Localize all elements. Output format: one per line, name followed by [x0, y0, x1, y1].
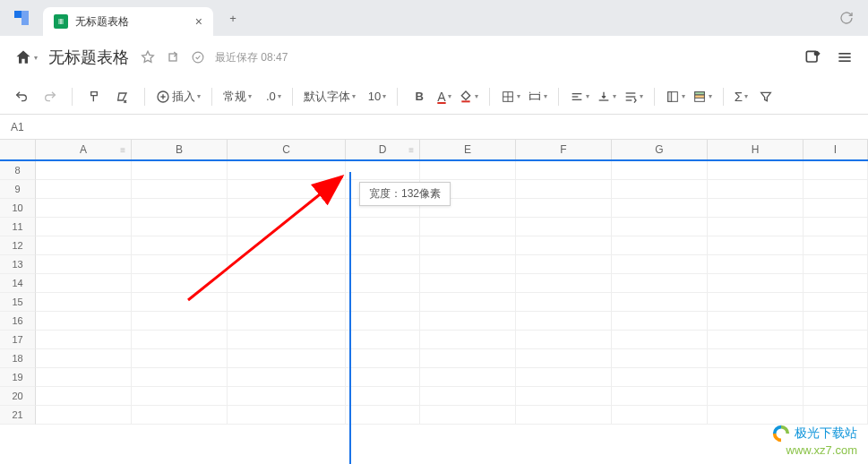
cell[interactable]	[804, 349, 868, 368]
cell[interactable]	[228, 368, 346, 387]
star-icon[interactable]	[140, 49, 156, 65]
cell[interactable]	[804, 312, 868, 331]
cell[interactable]	[346, 255, 420, 274]
cell[interactable]	[420, 236, 516, 255]
cell[interactable]	[708, 180, 804, 199]
cell[interactable]	[346, 293, 420, 312]
new-tab-button[interactable]: +	[220, 5, 245, 30]
cell[interactable]	[708, 236, 804, 255]
cell[interactable]	[804, 180, 868, 199]
conditional-format-dropdown[interactable]: ▾	[692, 90, 712, 104]
cell[interactable]	[36, 349, 132, 368]
cell[interactable]	[346, 331, 420, 349]
merge-dropdown[interactable]: ▾	[528, 90, 547, 104]
row-header[interactable]: 10	[0, 199, 36, 218]
cell[interactable]	[36, 368, 132, 387]
cell[interactable]	[36, 180, 132, 199]
cell[interactable]	[804, 218, 868, 236]
close-tab-button[interactable]: ×	[195, 14, 202, 29]
borders-dropdown[interactable]: ▾	[501, 90, 520, 104]
cell[interactable]	[228, 161, 346, 180]
cell[interactable]	[346, 406, 420, 425]
cell[interactable]	[132, 331, 228, 349]
cell[interactable]	[36, 199, 132, 218]
cell[interactable]	[612, 368, 708, 387]
filter-button[interactable]	[755, 84, 777, 109]
cell[interactable]	[708, 312, 804, 331]
cell[interactable]	[612, 312, 708, 331]
home-button[interactable]: ▾	[14, 48, 38, 66]
cell[interactable]	[346, 218, 420, 236]
row-header[interactable]: 17	[0, 331, 36, 349]
cell[interactable]	[516, 255, 612, 274]
row-header[interactable]: 20	[0, 387, 36, 406]
cell[interactable]	[612, 274, 708, 293]
cell[interactable]	[36, 406, 132, 425]
cell[interactable]	[708, 387, 804, 406]
cell[interactable]	[346, 312, 420, 331]
row-header[interactable]: 15	[0, 293, 36, 312]
cell[interactable]	[804, 274, 868, 293]
cell[interactable]	[228, 274, 346, 293]
cell[interactable]	[346, 161, 420, 180]
cell[interactable]	[228, 255, 346, 274]
row-header[interactable]: 12	[0, 236, 36, 255]
sync-icon[interactable]	[839, 11, 854, 25]
insert-dropdown[interactable]: 插入 ▾	[156, 89, 201, 105]
cell[interactable]	[804, 255, 868, 274]
cell[interactable]	[228, 236, 346, 255]
cell[interactable]	[804, 331, 868, 349]
cell[interactable]	[708, 255, 804, 274]
cell[interactable]	[420, 387, 516, 406]
cell[interactable]	[708, 218, 804, 236]
cell[interactable]	[708, 368, 804, 387]
cell[interactable]	[804, 368, 868, 387]
column-resize-indicator[interactable]	[349, 172, 351, 464]
cell[interactable]	[228, 293, 346, 312]
row-header[interactable]: 16	[0, 312, 36, 331]
cell[interactable]	[516, 349, 612, 368]
cell[interactable]	[132, 199, 228, 218]
cell[interactable]	[804, 387, 868, 406]
select-all-corner[interactable]	[0, 140, 36, 159]
column-header-G[interactable]: G	[612, 140, 708, 159]
cell[interactable]	[804, 406, 868, 425]
row-header[interactable]: 9	[0, 180, 36, 199]
cell[interactable]	[36, 218, 132, 236]
menu-button[interactable]	[836, 48, 854, 66]
cell[interactable]	[132, 406, 228, 425]
cell[interactable]	[420, 161, 516, 180]
row-header[interactable]: 19	[0, 368, 36, 387]
cell[interactable]	[612, 236, 708, 255]
cell[interactable]	[228, 331, 346, 349]
clear-format-button[interactable]	[112, 84, 133, 109]
cell[interactable]	[516, 293, 612, 312]
cell[interactable]	[804, 161, 868, 180]
column-header-B[interactable]: B	[132, 140, 228, 159]
column-header-E[interactable]: E	[420, 140, 516, 159]
cell[interactable]	[132, 236, 228, 255]
cell[interactable]	[612, 349, 708, 368]
cell[interactable]	[132, 255, 228, 274]
cell[interactable]	[516, 274, 612, 293]
cell[interactable]	[612, 180, 708, 199]
cell[interactable]	[516, 180, 612, 199]
cell[interactable]	[420, 349, 516, 368]
cell[interactable]	[132, 387, 228, 406]
cell[interactable]	[612, 199, 708, 218]
cell[interactable]	[708, 293, 804, 312]
cell[interactable]	[36, 255, 132, 274]
cell[interactable]	[420, 293, 516, 312]
halign-dropdown[interactable]: ▾	[570, 90, 589, 104]
cell[interactable]	[36, 274, 132, 293]
cell[interactable]	[516, 331, 612, 349]
row-header[interactable]: 14	[0, 274, 36, 293]
cell[interactable]	[228, 180, 346, 199]
cell[interactable]	[516, 236, 612, 255]
cell[interactable]	[612, 387, 708, 406]
cell[interactable]	[228, 387, 346, 406]
cell[interactable]	[708, 406, 804, 425]
row-header[interactable]: 13	[0, 255, 36, 274]
cell[interactable]	[420, 331, 516, 349]
cell[interactable]	[228, 349, 346, 368]
